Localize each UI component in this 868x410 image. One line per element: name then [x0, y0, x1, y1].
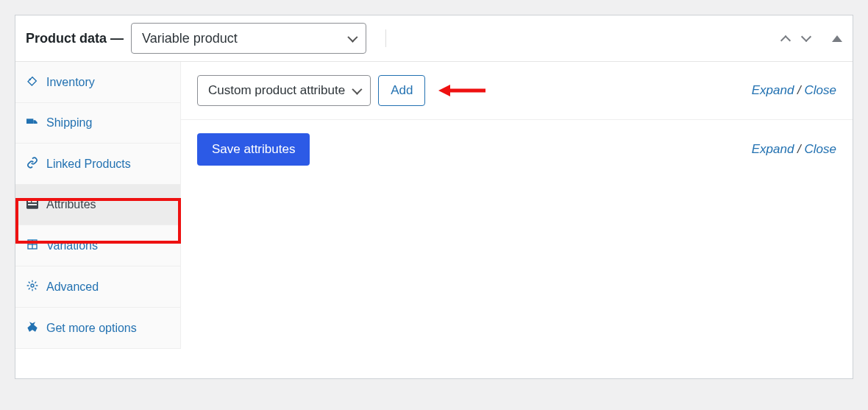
sidebar: Inventory Shipping Linked Products [15, 62, 181, 349]
attribute-toolbar: Custom product attribute Add Expand / Cl… [181, 62, 853, 120]
sidebar-item-inventory[interactable]: Inventory [15, 62, 180, 103]
sidebar-item-attributes[interactable]: Attributes [15, 185, 180, 225]
svg-rect-0 [26, 119, 33, 124]
panel-header-actions [780, 33, 842, 43]
save-row: Save attributes Expand / Close [181, 120, 853, 179]
product-type-select[interactable]: Variable product [131, 23, 366, 54]
linked-products-icon [26, 157, 39, 171]
attributes-icon [26, 199, 39, 211]
get-more-icon [26, 321, 39, 335]
variations-icon [26, 238, 39, 252]
expand-close-top: Expand / Close [752, 83, 836, 98]
sidebar-item-linked-products[interactable]: Linked Products [15, 144, 180, 185]
sidebar-item-get-more[interactable]: Get more options [15, 308, 180, 349]
save-attributes-button[interactable]: Save attributes [197, 133, 310, 166]
sidebar-item-label: Linked Products [46, 158, 131, 171]
sidebar-item-label: Variations [46, 239, 98, 252]
add-attribute-button[interactable]: Add [378, 75, 425, 106]
sidebar-wrap: Inventory Shipping Linked Products [15, 62, 181, 378]
sidebar-item-shipping[interactable]: Shipping [15, 103, 180, 144]
panel-header: Product data — Variable product [15, 15, 853, 62]
expand-link[interactable]: Expand [752, 142, 794, 156]
content-area: Custom product attribute Add Expand / Cl… [181, 62, 853, 378]
separator [385, 29, 386, 47]
arrow-annotation [438, 79, 485, 102]
svg-rect-3 [32, 201, 37, 202]
shipping-icon [26, 117, 39, 130]
sidebar-item-label: Shipping [46, 116, 92, 130]
sidebar-item-label: Attributes [46, 198, 96, 211]
panel-body: Inventory Shipping Linked Products [15, 62, 853, 378]
inventory-icon [26, 75, 39, 89]
chevron-down-icon [352, 85, 362, 95]
collapse-toggle-icon[interactable] [832, 35, 842, 42]
svg-rect-4 [28, 204, 37, 205]
product-type-value: Variable product [142, 31, 238, 46]
move-down-icon[interactable] [801, 33, 811, 43]
attribute-type-select[interactable]: Custom product attribute [197, 75, 371, 106]
product-data-panel: Product data — Variable product Inventor… [15, 15, 853, 379]
expand-link[interactable]: Expand [752, 83, 794, 97]
panel-title: Product data — [26, 31, 124, 46]
chevron-down-icon [347, 32, 357, 43]
svg-point-8 [31, 284, 34, 287]
sidebar-item-label: Get more options [46, 322, 137, 335]
slash: / [794, 142, 804, 156]
sidebar-item-label: Inventory [46, 76, 95, 89]
close-link[interactable]: Close [805, 83, 836, 97]
svg-rect-2 [28, 201, 31, 202]
svg-marker-10 [438, 85, 450, 96]
slash: / [794, 83, 804, 97]
sidebar-item-label: Advanced [46, 280, 99, 294]
expand-close-bottom: Expand / Close [752, 142, 836, 157]
sidebar-item-variations[interactable]: Variations [15, 225, 180, 266]
close-link[interactable]: Close [805, 142, 836, 156]
sidebar-item-advanced[interactable]: Advanced [15, 266, 180, 308]
move-up-icon[interactable] [780, 33, 791, 43]
advanced-icon [26, 280, 39, 294]
attribute-type-value: Custom product attribute [208, 83, 345, 98]
